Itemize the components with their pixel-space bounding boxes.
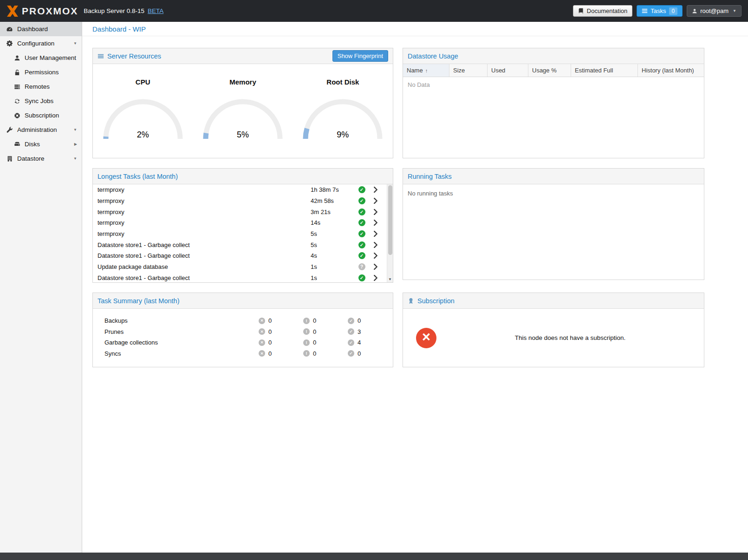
column-header-estimated-full[interactable]: Estimated Full [571, 64, 638, 77]
task-duration: 3m 21s [311, 208, 355, 215]
gauge-label: CPU [136, 78, 150, 86]
user-menu-button[interactable]: root@pam ▼ [687, 5, 741, 17]
summary-row: Syncs 0 0 0 [93, 348, 393, 359]
column-header-history[interactable]: History (last Month) [638, 64, 704, 77]
user-icon [692, 8, 697, 14]
sidebar-item-remotes[interactable]: Remotes [0, 79, 82, 94]
chevron-right-icon[interactable] [373, 220, 378, 226]
error-count: 0 [268, 317, 272, 324]
sidebar-item-permissions[interactable]: Permissions [0, 65, 82, 79]
column-header-name[interactable]: Name ↑ [403, 64, 449, 77]
chevron-right-icon[interactable] [373, 275, 378, 281]
sidebar-item-administration[interactable]: Administration ▼ [0, 123, 82, 137]
sidebar-item-label: Configuration [17, 40, 54, 47]
task-duration: 1s [311, 274, 355, 281]
beta-link[interactable]: BETA [148, 7, 163, 14]
caret-down-icon[interactable]: ▼ [73, 41, 77, 46]
task-status-icon [358, 252, 365, 259]
subscription-header: Subscription [403, 293, 704, 309]
error-count: 0 [268, 350, 272, 357]
sidebar-item-disks[interactable]: Disks ▶ [0, 137, 82, 151]
task-status-icon [358, 186, 365, 193]
task-row[interactable]: Update package database 1s [93, 261, 387, 273]
sidebar-item-datastore[interactable]: Datastore ▼ [0, 151, 82, 166]
task-name: Datastore store1 - Garbage collect [98, 252, 311, 259]
task-row[interactable]: termproxy 3m 21s [93, 206, 387, 217]
warning-count: 0 [313, 350, 316, 357]
scrollbar-thumb[interactable] [388, 185, 392, 255]
scrollbar-down-arrow[interactable]: ▼ [387, 277, 393, 281]
task-status-icon [358, 241, 365, 248]
column-header-size[interactable]: Size [449, 64, 488, 77]
sidebar-item-user-management[interactable]: User Management [0, 51, 82, 65]
panel-title: Subscription [417, 297, 455, 305]
task-duration: 5s [311, 241, 355, 248]
unlock-icon [13, 69, 21, 76]
chevron-right-icon[interactable] [373, 253, 378, 259]
summary-label: Backups [104, 317, 259, 324]
chevron-right-icon[interactable] [373, 209, 378, 215]
dashboard-icon [6, 26, 13, 33]
chevron-right-icon[interactable] [373, 198, 378, 204]
task-row[interactable]: Datastore store1 - Garbage collect 1s [93, 273, 387, 283]
column-header-usage-pct[interactable]: Usage % [528, 64, 571, 77]
task-row[interactable]: termproxy 5s [93, 228, 387, 240]
ok-count-icon [348, 339, 354, 346]
task-row[interactable]: termproxy 1h 38m 7s [93, 184, 387, 195]
summary-row: Garbage collections 0 0 4 [93, 337, 393, 348]
sidebar-item-configuration[interactable]: Configuration ▼ [0, 36, 82, 51]
ok-count: 4 [358, 339, 361, 346]
product-version: Backup Server 0.8-15 [84, 7, 144, 14]
user-label: root@pam [700, 7, 728, 14]
book-icon [578, 8, 584, 14]
panel-title: Running Tasks [408, 173, 452, 180]
task-row[interactable]: Datastore store1 - Garbage collect 5s [93, 239, 387, 250]
tasks-button[interactable]: Tasks 0 [637, 5, 683, 17]
summary-row: Backups 0 0 0 [93, 315, 393, 326]
task-duration: 4s [311, 252, 355, 259]
scrollbar[interactable]: ▼ [387, 184, 393, 282]
ok-count: 0 [358, 317, 361, 324]
column-header-used[interactable]: Used [488, 64, 528, 77]
task-row[interactable]: Datastore store1 - Garbage collect 4s [93, 250, 387, 261]
caret-down-icon[interactable]: ▼ [73, 156, 77, 161]
subscription-message: This node does not have a subscription. [436, 334, 704, 341]
sidebar-item-label: Permissions [25, 69, 59, 76]
ok-count-icon [348, 328, 354, 335]
task-row[interactable]: termproxy 14s [93, 217, 387, 228]
topbar: PROXMOX Backup Server 0.8-15 BETA Docume… [0, 0, 748, 22]
sidebar-item-dashboard[interactable]: Dashboard [0, 22, 82, 36]
chevron-right-icon[interactable] [373, 264, 378, 270]
page-title: Dashboard - WIP [92, 25, 146, 33]
show-fingerprint-button[interactable]: Show Fingerprint [332, 50, 388, 62]
longest-tasks-header: Longest Tasks (last Month) [93, 169, 393, 184]
task-status-icon [358, 274, 365, 281]
server-resources-header: Server Resources Show Fingerprint [93, 48, 393, 64]
warning-count-icon [303, 318, 310, 324]
sidebar-item-subscription[interactable]: Subscription [0, 108, 82, 123]
panel-title: Task Summary (last Month) [98, 297, 179, 305]
sidebar-item-label: Datastore [17, 155, 45, 162]
datastore-table-header: Name ↑ Size Used Usage % Estimated Full … [403, 64, 704, 77]
chevron-right-icon[interactable] [373, 187, 378, 193]
sidebar-item-sync-jobs[interactable]: Sync Jobs [0, 94, 82, 108]
chevron-right-icon[interactable] [373, 231, 378, 237]
sidebar-item-label: Disks [25, 141, 40, 148]
task-duration: 14s [311, 219, 355, 226]
user-icon [13, 54, 21, 62]
task-name: termproxy [98, 219, 311, 226]
warning-count-icon [303, 339, 310, 346]
ok-count-icon [348, 318, 354, 324]
task-row[interactable]: termproxy 42m 58s [93, 195, 387, 207]
caret-right-icon[interactable]: ▶ [74, 142, 77, 146]
sidebar-item-label: User Management [25, 54, 76, 61]
sidebar-item-label: Dashboard [17, 26, 48, 33]
caret-down-icon[interactable]: ▼ [73, 128, 77, 132]
page-header: Dashboard - WIP [82, 22, 748, 36]
documentation-button[interactable]: Documentation [573, 5, 632, 17]
gauge-label: Root Disk [326, 78, 359, 86]
chevron-right-icon[interactable] [373, 242, 378, 248]
column-label: Name [407, 67, 423, 74]
error-count-icon [259, 328, 265, 335]
gauge-root-disk: Root Disk 9% [293, 64, 393, 158]
